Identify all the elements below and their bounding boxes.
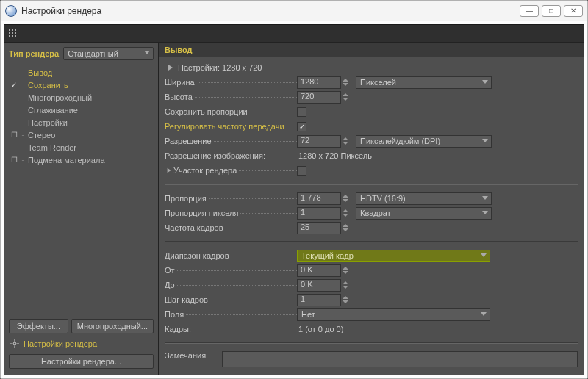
region-label: Участок рендера (173, 166, 297, 175)
tree-item-output[interactable]: - Вывод (6, 66, 157, 79)
frame-range-row: Диапазон кадров Текущий кадр (165, 248, 578, 263)
svg-rect-1 (12, 29, 13, 31)
dock-icon[interactable] (7, 28, 19, 40)
height-row: Высота 720 (165, 90, 578, 104)
maximize-button[interactable]: □ (542, 5, 561, 17)
render-settings-label: Настройки рендера (24, 339, 97, 348)
pixel-ratio-spinner[interactable] (343, 207, 351, 219)
height-input[interactable]: 720 (297, 91, 341, 104)
ratio-input[interactable]: 1.778 (297, 192, 341, 205)
tree-item-label: Многопроходный (26, 93, 92, 102)
settings-tree: - Вывод ✓ Сохранить - Многопроходный (6, 65, 157, 316)
resolution-input[interactable]: 72 (297, 135, 341, 148)
from-spinner[interactable] (343, 264, 351, 276)
tree-item-stereo[interactable]: ☐ - Стерео (6, 129, 157, 141)
lock-aspect-checkbox[interactable] (297, 107, 306, 117)
height-spinner[interactable] (343, 91, 351, 103)
svg-rect-7 (12, 35, 13, 37)
minimize-button[interactable]: — (520, 5, 539, 17)
region-checkbox[interactable] (297, 166, 306, 176)
tree-item-material-override[interactable]: ☐ - Подмена материала (6, 154, 157, 166)
step-input[interactable]: 1 (297, 294, 341, 306)
tree-item-antialias[interactable]: Сглаживание (6, 104, 157, 116)
renderer-row: Тип рендера Стандартный (6, 46, 157, 65)
to-label: До (165, 281, 297, 289)
tree-item-options[interactable]: Настройки (6, 116, 157, 129)
notes-input[interactable] (222, 351, 578, 367)
pixel-ratio-label: Пропорция пикселя (165, 209, 297, 217)
content-frame: Тип рендера Стандартный - Вывод ✓ (4, 24, 584, 375)
notes-label: Замечания (165, 351, 218, 367)
svg-rect-2 (15, 29, 16, 31)
fields-combo[interactable]: Нет (297, 308, 490, 321)
render-settings-row[interactable]: Настройки рендера (6, 336, 157, 351)
adjust-rate-label: Регулировать частоту передачи (165, 122, 297, 131)
lock-aspect-label: Сохранить пропорции (165, 107, 297, 116)
effects-button[interactable]: Эффекты... (9, 319, 68, 333)
chevron-down-icon (481, 312, 487, 316)
pixel-ratio-input[interactable]: 1 (297, 207, 341, 220)
fps-label: Частота кадров (165, 223, 297, 232)
renderer-combo[interactable]: Стандартный (63, 47, 154, 60)
preset-play-icon[interactable] (165, 65, 176, 71)
render-settings-button[interactable]: Настройки рендера... (9, 354, 154, 369)
lock-aspect-row: Сохранить пропорции (165, 104, 578, 119)
from-label: От (165, 266, 297, 275)
multipass-button[interactable]: Многопроходный... (71, 319, 154, 333)
pixel-ratio-row: Пропорция пикселя 1 Квадрат (165, 206, 578, 220)
from-input[interactable]: 0 K (297, 264, 341, 277)
svg-rect-5 (15, 32, 16, 34)
to-input[interactable]: 0 K (297, 279, 341, 292)
divider (165, 184, 578, 185)
window-title: Настройки рендера (21, 6, 101, 16)
tree-item-label: Настройки (26, 118, 68, 127)
width-label: Ширина (165, 78, 297, 87)
resolution-unit-combo[interactable]: Пикселей/дюйм (DPI) (356, 135, 492, 148)
chevron-down-icon (482, 139, 488, 142)
width-spinner[interactable] (343, 76, 351, 88)
resolution-spinner[interactable] (343, 135, 351, 147)
width-input[interactable]: 1280 (297, 76, 341, 89)
sidebar-buttons: Эффекты... Многопроходный... (6, 316, 157, 336)
adjust-rate-checkbox[interactable]: ✓ (297, 122, 306, 131)
fields-label: Поля (165, 310, 297, 319)
region-expander[interactable] (165, 167, 173, 173)
ratio-label: Пропорция (165, 194, 297, 203)
fps-row: Частота кадров 25 (165, 220, 578, 235)
tree-item-label: Стерео (26, 131, 55, 140)
adjust-rate-row: Регулировать частоту передачи ✓ (165, 119, 578, 134)
step-spinner[interactable] (343, 294, 351, 306)
svg-rect-4 (12, 32, 13, 34)
resolution-row: Разрешение 72 Пикселей/дюйм (DPI) (165, 134, 578, 148)
frame-range-combo[interactable]: Текущий кадр (297, 250, 490, 262)
from-row: От 0 K (165, 263, 578, 278)
notes-row: Замечания (159, 347, 584, 372)
width-unit-combo[interactable]: Пикселей (356, 76, 492, 89)
fps-input[interactable]: 25 (297, 222, 341, 234)
step-label: Шаг кадров (165, 295, 297, 304)
toolbar (4, 25, 584, 43)
chevron-down-icon (482, 211, 488, 214)
content-area: Тип рендера Стандартный - Вывод ✓ (4, 43, 584, 375)
tree-item-teamrender[interactable]: - Team Render (6, 141, 157, 154)
main-panel: Вывод Настройки: 1280 x 720 Ширина 1280 … (159, 43, 584, 375)
ratio-spinner[interactable] (343, 192, 351, 204)
chevron-down-icon (481, 253, 487, 257)
pixel-ratio-unit-combo[interactable]: Квадрат (356, 207, 492, 220)
ratio-unit-combo[interactable]: HDTV (16:9) (356, 192, 492, 205)
tree-item-save[interactable]: ✓ Сохранить (6, 79, 157, 91)
tree-item-multipass[interactable]: - Многопроходный (6, 91, 157, 104)
fps-spinner[interactable] (343, 222, 351, 234)
fields-row: Поля Нет (165, 307, 578, 322)
chevron-down-icon (144, 51, 150, 54)
close-button[interactable]: ✕ (564, 5, 583, 17)
step-row: Шаг кадров 1 (165, 292, 578, 307)
titlebar[interactable]: Настройки рендера — □ ✕ (1, 1, 587, 21)
divider (165, 342, 578, 344)
preset-row: Настройки: 1280 x 720 (165, 60, 578, 75)
frames-label: Кадры: (165, 325, 297, 333)
to-spinner[interactable] (343, 279, 351, 291)
svg-point-9 (13, 342, 16, 345)
preset-label: Настройки: 1280 x 720 (176, 63, 262, 72)
image-res-row: Разрешение изображения: 1280 x 720 Пиксе… (165, 148, 578, 163)
